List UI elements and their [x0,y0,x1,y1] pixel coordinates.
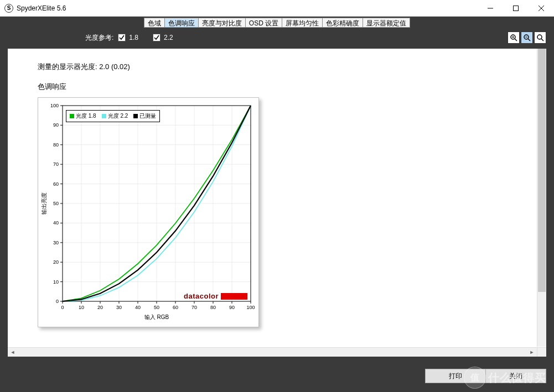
svg-text:30: 30 [116,305,122,310]
svg-text:90: 90 [53,122,59,128]
svg-text:40: 40 [53,220,59,226]
svg-text:50: 50 [154,305,159,310]
svg-text:20: 20 [53,259,59,265]
chart-section-title: 色调响应 [38,82,516,92]
svg-text:0: 0 [61,305,64,310]
tab-uniformity[interactable]: 屏幕均匀性 [282,18,323,27]
svg-text:0: 0 [56,299,59,304]
svg-text:80: 80 [53,142,59,148]
measured-gamma-label: 测量的显示器光度: 2.0 (0.02) [38,62,516,72]
legend-gamma-18: 光度 1.8 [76,112,96,120]
svg-text:输出亮度: 输出亮度 [41,192,47,215]
tab-color-accuracy[interactable]: 色彩精确度 [323,18,363,27]
controls-row: 光度参考: 1.8 2.2 [0,28,554,48]
legend-gamma-22: 光度 2.2 [108,112,128,120]
scroll-right-icon[interactable]: ► [528,349,536,355]
zoom-fit-button[interactable] [534,32,546,44]
checkbox-gamma-22-label: 2.2 [164,34,173,41]
svg-text:100: 100 [246,305,255,310]
content-panel: 测量的显示器光度: 2.0 (0.02) 色调响应 01020304050607… [8,49,546,357]
tone-response-chart: 0102030405060708090100010203040506070809… [38,97,259,327]
app-icon: S [4,4,13,13]
tab-monitor-rating[interactable]: 显示器额定值 [363,18,410,27]
scrollbar-corner [537,347,546,357]
checkbox-gamma-18[interactable] [118,34,126,41]
tabs: 色域 色调响应 亮度与对比度 OSD 设置 屏幕均匀性 色彩精确度 显示器额定值 [144,18,410,28]
tab-osd-settings[interactable]: OSD 设置 [246,18,282,27]
close-page-button[interactable]: 关闭 [485,369,546,383]
gamma-reference-label: 光度参考: [85,33,113,43]
svg-text:70: 70 [191,305,197,310]
svg-line-5 [515,39,517,41]
scrollbar-thumb[interactable] [538,49,546,292]
vertical-scrollbar[interactable] [537,49,546,347]
footer: 打印 关闭 [425,369,546,383]
minimize-button[interactable] [478,0,503,17]
tabs-row: 色域 色调响应 亮度与对比度 OSD 设置 屏幕均匀性 色彩精确度 显示器额定值 [0,17,554,28]
main-panel: 色域 色调响应 亮度与对比度 OSD 设置 屏幕均匀性 色彩精确度 显示器额定值… [0,17,554,392]
svg-text:10: 10 [53,279,59,285]
tab-gamut[interactable]: 色域 [144,18,165,27]
svg-line-12 [541,39,543,41]
checkbox-gamma-22[interactable] [153,34,160,41]
title-bar: S SpyderXElite 5.6 [0,0,554,17]
zoom-in-button[interactable] [508,32,520,44]
tab-tone-response[interactable]: 色调响应 [165,18,199,27]
chart-legend: 光度 1.8 光度 2.2 已测量 [66,110,160,122]
brand-text: datacolor [184,292,219,300]
svg-text:10: 10 [79,305,84,310]
svg-text:80: 80 [210,305,216,310]
svg-line-9 [528,39,530,41]
svg-text:100: 100 [50,103,59,108]
app-title: SpyderXElite 5.6 [17,4,478,12]
svg-text:30: 30 [53,240,59,245]
brand-bar-icon [221,293,247,300]
print-button[interactable]: 打印 [425,369,486,383]
legend-measured: 已测量 [139,112,156,120]
svg-point-11 [537,35,542,39]
svg-text:60: 60 [173,305,178,310]
svg-text:50: 50 [53,201,59,206]
tab-brightness-contrast[interactable]: 亮度与对比度 [199,18,246,27]
svg-text:输入 RGB: 输入 RGB [144,314,169,320]
horizontal-scrollbar[interactable]: ◄► [8,347,537,357]
zoom-out-button[interactable] [521,32,533,44]
svg-rect-1 [514,6,519,11]
svg-text:40: 40 [135,305,141,310]
scroll-left-icon[interactable]: ◄ [9,349,17,355]
svg-text:70: 70 [53,161,59,167]
svg-text:90: 90 [229,305,235,310]
svg-text:20: 20 [97,305,103,310]
maximize-button[interactable] [503,0,529,17]
close-button[interactable] [529,0,554,17]
datacolor-brand: datacolor [184,292,247,300]
checkbox-gamma-18-label: 1.8 [129,34,138,41]
svg-text:60: 60 [53,181,59,187]
